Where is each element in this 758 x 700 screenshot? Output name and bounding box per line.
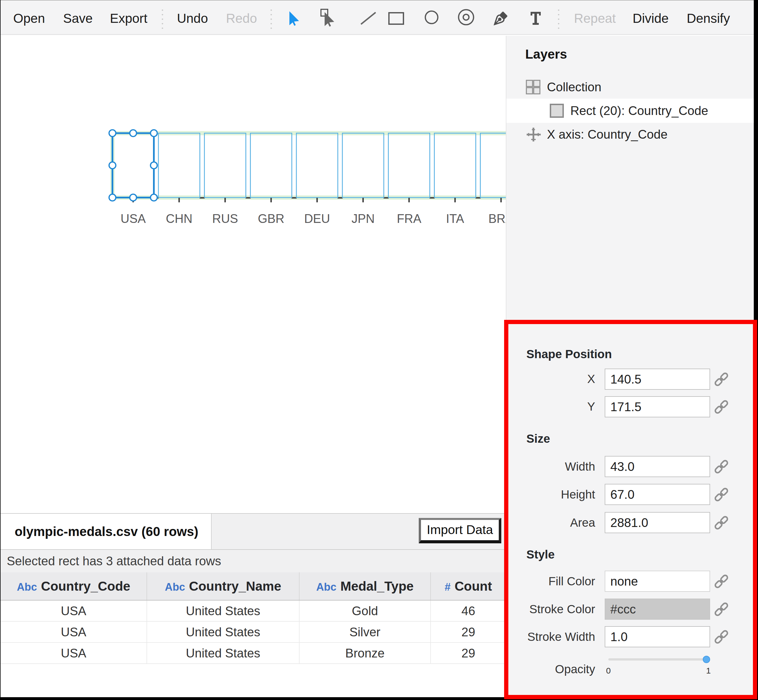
svg-text:USA: USA bbox=[120, 212, 146, 225]
svg-text:DEU: DEU bbox=[304, 212, 330, 225]
svg-text:FRA: FRA bbox=[397, 212, 421, 225]
svg-text:JPN: JPN bbox=[352, 212, 375, 225]
svg-text:ITA: ITA bbox=[446, 212, 464, 225]
svg-text:CHN: CHN bbox=[166, 212, 192, 225]
svg-text:GBR: GBR bbox=[258, 212, 284, 225]
svg-text:RUS: RUS bbox=[212, 212, 238, 225]
